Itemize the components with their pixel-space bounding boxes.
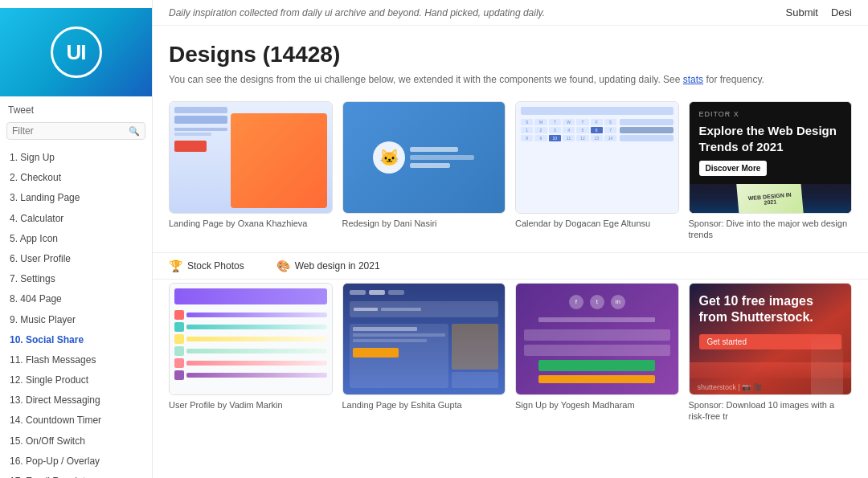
login-btn-mock	[538, 360, 655, 371]
sidebar-item-7[interactable]: 7. Settings	[0, 269, 152, 289]
logo: UI	[51, 27, 102, 78]
sidebar-item-8[interactable]: 8. 404 Page	[0, 289, 152, 309]
instagram-icon: in	[611, 295, 625, 309]
search-icon: 🔍	[129, 126, 140, 137]
gallery-thumb-signup: f t in	[515, 283, 679, 395]
desc-start: You can see the designs from the ui chal…	[169, 74, 683, 85]
gallery-item-shutterstock[interactable]: Get 10 free images from Shutterstock. Ge…	[689, 283, 853, 423]
palette-icon: 🎨	[276, 259, 290, 272]
sidebar-item-14[interactable]: 14. Countdown Timer	[0, 411, 152, 431]
logo-text: UI	[67, 40, 86, 65]
web-design-book: WEB DESIGN IN 2021	[736, 184, 804, 213]
gallery-thumb-userprofile	[169, 283, 333, 395]
shutterstock-title: Get 10 free images from Shutterstock.	[699, 293, 842, 327]
sidebar-item-9[interactable]: 9. Music Player	[0, 310, 152, 330]
gallery-thumb-shutterstock: Get 10 free images from Shutterstock. Ge…	[689, 283, 853, 395]
top-nav: Submit Desi	[786, 6, 852, 18]
desc-end: for frequency.	[703, 74, 764, 85]
sidebar-item-10[interactable]: 10. Social Share	[0, 330, 152, 350]
shutterstock-card: Get 10 free images from Shutterstock. Ge…	[690, 284, 852, 394]
facebook-icon: f	[569, 295, 583, 309]
gallery-thumb-calendar: SMTWTFS 1234567 891011121314	[515, 101, 679, 214]
alt-btn-mock	[538, 375, 655, 383]
sidebar-item-12[interactable]: 12. Single Product	[0, 370, 152, 390]
sidebar-item-13[interactable]: 13. Direct Messaging	[0, 390, 152, 411]
promo-web-design[interactable]: 🎨 Web design in 2021	[276, 259, 380, 272]
gallery-thumb-sponsor: Editor X Explore the Web Design Trends o…	[689, 101, 853, 214]
top-bar: Daily inspiration collected from daily u…	[153, 0, 868, 26]
sidebar-item-4[interactable]: 4. Calculator	[0, 209, 152, 229]
gallery-item-userprofile[interactable]: User Profile by Vadim Markin	[169, 283, 333, 423]
gallery-item-github-dani[interactable]: 🐱 Redesign by Dani Nasiri	[342, 101, 506, 241]
social-icons-row: f t in	[569, 295, 625, 309]
gallery-item-signup[interactable]: f t in Sign Up by Yogesh Madharam	[515, 283, 679, 423]
promo-bar: 🏆 Stock Photos 🎨 Web design in 2021	[153, 252, 868, 280]
gallery-row-2: User Profile by Vadim Markin	[153, 283, 868, 431]
gallery-caption: Redesign by Dani Nasiri	[342, 218, 506, 229]
main-content: Daily inspiration collected from daily u…	[153, 0, 868, 478]
page-title: Designs (14428)	[169, 42, 852, 67]
gallery-item-landing-oxana[interactable]: Landing Page by Oxana Khazhieva	[169, 101, 333, 241]
sidebar-item-6[interactable]: 6. User Profile	[0, 249, 152, 269]
gallery-caption: Landing Page by Eshita Gupta	[342, 399, 506, 411]
sidebar-item-17[interactable]: 17. Email Receipt	[0, 472, 152, 478]
gallery-row-1: Landing Page by Oxana Khazhieva 🐱	[153, 93, 868, 249]
sidebar-item-16[interactable]: 16. Pop-Up / Overlay	[0, 451, 152, 472]
sidebar-item-11[interactable]: 11. Flash Messages	[0, 350, 152, 370]
gallery-caption: Sponsor: Download 10 images with a risk-…	[689, 399, 853, 423]
gallery-item-landing-eshita[interactable]: Landing Page by Eshita Gupta	[342, 283, 506, 423]
gallery-item-calendar[interactable]: SMTWTFS 1234567 891011121314	[515, 101, 679, 241]
sidebar-item-1[interactable]: 1. Sign Up	[0, 148, 152, 168]
gallery-thumb-github: 🐱	[342, 101, 506, 214]
sidebar-item-5[interactable]: 5. App Icon	[0, 229, 152, 249]
gallery-grid-2: User Profile by Vadim Markin	[169, 283, 852, 423]
tagline: Daily inspiration collected from daily u…	[169, 7, 545, 18]
promo-stock-label: Stock Photos	[187, 260, 244, 272]
stats-link[interactable]: stats	[683, 74, 703, 85]
gallery-caption: Landing Page by Oxana Khazhieva	[169, 218, 333, 229]
nav-desi[interactable]: Desi	[831, 6, 852, 18]
tweet-button[interactable]: Tweet	[8, 104, 144, 116]
logo-area: UI	[0, 8, 152, 96]
gallery-caption: User Profile by Vadim Markin	[169, 399, 333, 411]
twitter-icon: t	[590, 295, 604, 309]
filter-search-box: 🔍	[6, 122, 145, 140]
sidebar-item-2[interactable]: 2. Checkout	[0, 168, 152, 188]
gallery-grid-1: Landing Page by Oxana Khazhieva 🐱	[169, 101, 852, 241]
sponsor-image-area: WEB DESIGN IN 2021	[690, 184, 852, 213]
sidebar: UI Tweet 🔍 1. Sign Up 2. Checkout 3. Lan…	[0, 0, 153, 478]
sidebar-nav: 1. Sign Up 2. Checkout 3. Landing Page 4…	[0, 148, 152, 478]
discover-more-button[interactable]: Discover More	[699, 161, 768, 176]
promo-webdesign-label: Web design in 2021	[295, 260, 380, 272]
sidebar-item-3[interactable]: 3. Landing Page	[0, 188, 152, 208]
page-header: Designs (14428) You can see the designs …	[153, 26, 868, 93]
email-field-mock	[524, 329, 670, 341]
gallery-caption: Calendar by Dogacan Ege Altunsu	[515, 218, 679, 229]
nav-submit[interactable]: Submit	[786, 6, 818, 18]
sidebar-item-15[interactable]: 15. On/Off Switch	[0, 431, 152, 451]
trophy-icon: 🏆	[169, 259, 182, 272]
promo-stock-photos[interactable]: 🏆 Stock Photos	[169, 259, 244, 272]
gallery-caption: Sponsor: Dive into the major web design …	[689, 218, 853, 241]
github-icon: 🐱	[373, 141, 405, 174]
filter-input[interactable]	[12, 125, 129, 137]
person-silhouette	[811, 330, 843, 394]
gallery-caption: Sign Up by Yogesh Madharam	[515, 399, 679, 411]
sponsor-headline: Explore the Web Design Trends of 2021	[699, 123, 842, 154]
page-description: You can see the designs from the ui chal…	[169, 74, 852, 85]
gallery-thumb-landing2	[342, 283, 506, 395]
editor-x-label: Editor X	[699, 110, 842, 118]
gallery-thumb-landing	[169, 101, 333, 214]
password-field-mock	[524, 345, 670, 356]
gallery-item-sponsor-editorx[interactable]: Editor X Explore the Web Design Trends o…	[689, 101, 853, 241]
